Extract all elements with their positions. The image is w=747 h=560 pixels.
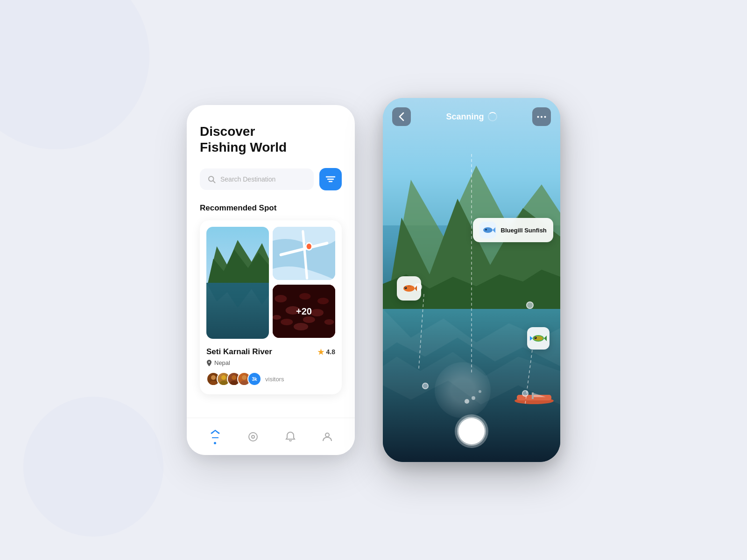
spot-fish-image: +20 (273, 285, 335, 338)
app-title: Discover Fishing World (200, 124, 342, 155)
bubble-3 (479, 390, 481, 393)
svg-line-1 (213, 181, 215, 183)
shutter-inner (458, 418, 485, 444)
ar-more-button[interactable] (532, 107, 551, 126)
bubble-1 (465, 399, 469, 404)
ar-boat (513, 392, 555, 404)
svg-point-62 (535, 337, 536, 338)
bg-decoration-1 (0, 0, 149, 149)
nav-home[interactable] (210, 429, 221, 444)
phones-container: Discover Fishing World Search Destinatio… (187, 98, 560, 462)
spot-main-image (206, 227, 269, 339)
fish-tag-bluegill[interactable]: Bluegill Sunfish (473, 218, 553, 242)
ar-title: Scanning (446, 112, 497, 122)
fish-icon-bass[interactable] (527, 327, 550, 350)
svg-point-36 (325, 433, 329, 437)
svg-point-57 (405, 287, 406, 288)
ar-back-button[interactable] (392, 107, 411, 126)
fish-icon-trout[interactable] (397, 276, 421, 301)
svg-point-26 (210, 381, 217, 385)
search-bar: Search Destination (200, 168, 342, 190)
avatar-count: 3k (247, 372, 261, 386)
spot-info: Seti Karnali River ★ 4.8 Nepal (206, 345, 335, 388)
svg-rect-45 (532, 392, 534, 399)
svg-point-63 (537, 116, 539, 118)
star-icon: ★ (317, 348, 324, 357)
search-placeholder-text: Search Destination (220, 175, 275, 183)
ar-header: Scanning (383, 98, 560, 126)
visitors-label: visitors (265, 376, 284, 383)
bell-icon (285, 431, 296, 442)
nav-explore[interactable] (247, 431, 259, 442)
bg-decoration-2 (23, 397, 163, 537)
svg-point-35 (252, 435, 254, 438)
spot-location: Nepal (206, 359, 335, 366)
svg-point-30 (230, 381, 238, 385)
spot-map-image (273, 227, 335, 280)
spot-visitors: 3k visitors (206, 372, 335, 386)
svg-point-12 (307, 244, 311, 249)
shutter-outer (455, 414, 488, 448)
svg-point-31 (242, 375, 247, 380)
fishing-bob-bottom-left (422, 383, 429, 389)
svg-point-65 (544, 116, 546, 118)
avatars-group: 3k (206, 372, 261, 386)
scanning-spinner (488, 112, 497, 121)
back-icon (399, 112, 404, 121)
fishing-bob-bottom-right (522, 390, 529, 397)
explore-icon (247, 431, 259, 442)
location-icon (206, 360, 212, 366)
bluegill-label: Bluegill Sunfish (501, 227, 547, 234)
nav-notifications[interactable] (285, 431, 296, 442)
svg-point-32 (240, 381, 248, 385)
more-icon (537, 116, 546, 118)
profile-icon (322, 431, 332, 442)
spot-images: +20 (206, 227, 335, 339)
svg-point-64 (541, 116, 543, 118)
bottom-nav (187, 418, 355, 455)
ar-shutter-button[interactable] (455, 414, 488, 448)
svg-marker-55 (415, 286, 417, 291)
filter-button[interactable] (319, 168, 342, 190)
ar-background: Bluegill Sunfish (383, 98, 560, 462)
filter-icon (325, 175, 336, 183)
svg-point-29 (232, 375, 236, 380)
svg-point-25 (211, 375, 216, 380)
search-icon (207, 175, 216, 183)
svg-point-34 (249, 433, 257, 441)
svg-point-53 (486, 229, 486, 230)
spot-name-row: Seti Karnali River ★ 4.8 (206, 347, 335, 357)
svg-point-28 (220, 381, 227, 385)
svg-marker-7 (206, 283, 269, 308)
nav-home-dot (214, 442, 216, 444)
spot-name: Seti Karnali River (206, 347, 272, 357)
phone-scanning: Bluegill Sunfish (383, 98, 560, 462)
nav-profile[interactable] (322, 431, 332, 442)
bluegill-icon (479, 222, 496, 238)
recommended-section-title: Recommended Spot (200, 203, 342, 213)
water-ripple (435, 362, 491, 418)
phone-discover: Discover Fishing World Search Destinatio… (187, 105, 355, 455)
spot-card[interactable]: +20 Seti Karnali River ★ 4.8 (200, 220, 342, 394)
spot-rating: ★ 4.8 (317, 348, 335, 357)
home-icon (210, 429, 221, 440)
svg-point-50 (483, 227, 493, 233)
svg-marker-51 (493, 227, 495, 233)
svg-point-27 (221, 375, 226, 380)
svg-marker-60 (544, 336, 547, 341)
fish-count-overlay: +20 (273, 285, 335, 338)
search-input-wrap[interactable]: Search Destination (200, 168, 314, 190)
